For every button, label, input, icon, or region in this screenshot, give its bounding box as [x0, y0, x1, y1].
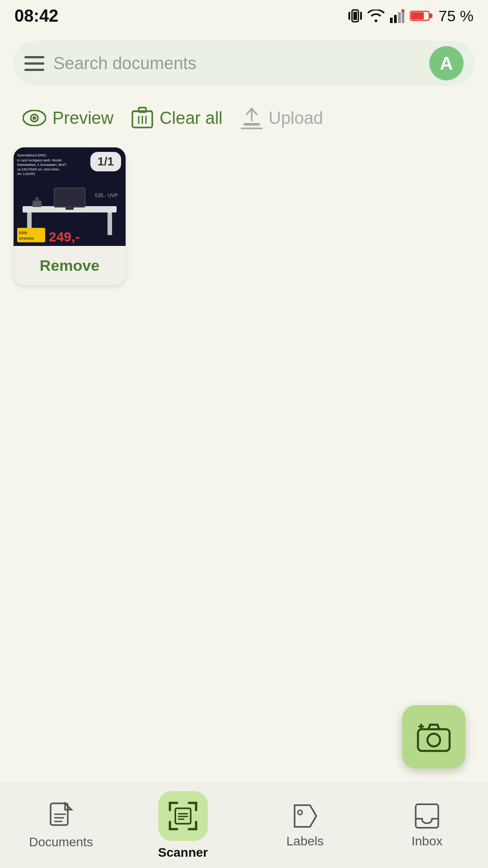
svg-rect-6	[398, 12, 401, 23]
avatar[interactable]: A	[429, 46, 464, 80]
add-photo-fab[interactable]	[402, 705, 465, 769]
search-bar[interactable]: Search documents A	[14, 41, 474, 86]
svg-rect-2	[348, 12, 350, 20]
camera-plus-icon	[416, 721, 452, 753]
svg-point-43	[427, 734, 440, 746]
vibrate-icon	[348, 8, 362, 24]
svg-point-15	[33, 116, 36, 120]
svg-text:in Lack hochglanz weiß, Gestel: in Lack hochglanz weiß, Gestell	[17, 159, 62, 162]
svg-rect-34	[66, 207, 74, 210]
nav-item-inbox[interactable]: Inbox	[366, 802, 488, 849]
status-icons: 75 %	[348, 7, 474, 25]
svg-rect-11	[411, 12, 424, 19]
menu-icon[interactable]	[24, 56, 44, 71]
svg-rect-36	[35, 197, 39, 202]
svg-rect-18	[139, 108, 146, 112]
clear-all-label: Clear all	[160, 108, 222, 128]
page-counter: 1/1	[90, 152, 121, 171]
svg-rect-32	[108, 212, 112, 235]
document-card[interactable]: Schreibtisch ERIC in Lack hochglanz weiß…	[14, 147, 126, 285]
cards-area: Schreibtisch ERIC in Lack hochglanz weiß…	[14, 147, 474, 285]
battery-percent: 75 %	[439, 7, 474, 25]
preview-label: Preview	[52, 108, 113, 128]
svg-rect-5	[394, 15, 397, 23]
inbox-icon	[414, 802, 440, 830]
scanner-icon	[168, 801, 198, 831]
remove-button[interactable]: Remove	[14, 246, 126, 285]
svg-rect-33	[54, 188, 85, 207]
svg-text:Art: 1192451: Art: 1192451	[17, 172, 35, 175]
svg-text:SPAREN: SPAREN	[19, 236, 34, 241]
signal-icon	[390, 9, 404, 23]
battery-icon	[410, 9, 433, 22]
svg-point-54	[298, 810, 302, 815]
upload-label: Upload	[269, 108, 323, 128]
documents-label: Documents	[29, 835, 93, 849]
svg-rect-1	[353, 12, 357, 20]
upload-button[interactable]: Upload	[232, 102, 332, 134]
preview-button[interactable]: Preview	[14, 104, 122, 132]
trash-icon	[131, 107, 153, 129]
toolbar: Preview Clear all Upload	[14, 102, 474, 134]
svg-rect-3	[360, 12, 362, 20]
nav-item-documents[interactable]: Documents	[0, 802, 122, 849]
upload-icon	[241, 107, 263, 129]
eye-icon	[23, 110, 46, 126]
svg-text:Schreibtisch ERIC: Schreibtisch ERIC	[17, 153, 47, 157]
scanner-bg	[158, 791, 208, 841]
nav-item-scanner[interactable]: Scanner	[122, 791, 244, 860]
inbox-label: Inbox	[412, 834, 443, 849]
clear-all-button[interactable]: Clear all	[122, 102, 231, 134]
svg-rect-35	[33, 201, 42, 207]
wifi-icon	[367, 9, 385, 22]
svg-rect-55	[416, 804, 438, 828]
labels-label: Labels	[286, 834, 324, 849]
svg-text:Edelstahlfarb, 3 Schubladen, B: Edelstahlfarb, 3 Schubladen, B/H/T	[17, 163, 67, 166]
svg-rect-22	[244, 123, 260, 126]
documents-icon	[48, 802, 74, 830]
svg-rect-42	[418, 729, 450, 751]
scanner-label: Scanner	[158, 845, 208, 860]
svg-text:249,-: 249,-	[49, 229, 80, 244]
svg-rect-12	[429, 14, 432, 18]
labels-icon	[292, 802, 318, 830]
status-time: 08:42	[14, 6, 58, 26]
search-placeholder[interactable]: Search documents	[53, 54, 420, 73]
bottom-nav: Documents Scanner Labels	[0, 782, 488, 868]
svg-text:53%: 53%	[19, 231, 27, 235]
status-bar: 08:42 75 %	[0, 0, 488, 32]
nav-item-labels[interactable]: Labels	[244, 802, 366, 849]
svg-text:ca.140x76x60 cm, ohne Deko.: ca.140x76x60 cm, ohne Deko.	[17, 168, 60, 171]
document-thumbnail: Schreibtisch ERIC in Lack hochglanz weiß…	[14, 147, 126, 246]
svg-rect-4	[390, 18, 393, 23]
svg-text:535.- UVP: 535.- UVP	[95, 193, 118, 198]
